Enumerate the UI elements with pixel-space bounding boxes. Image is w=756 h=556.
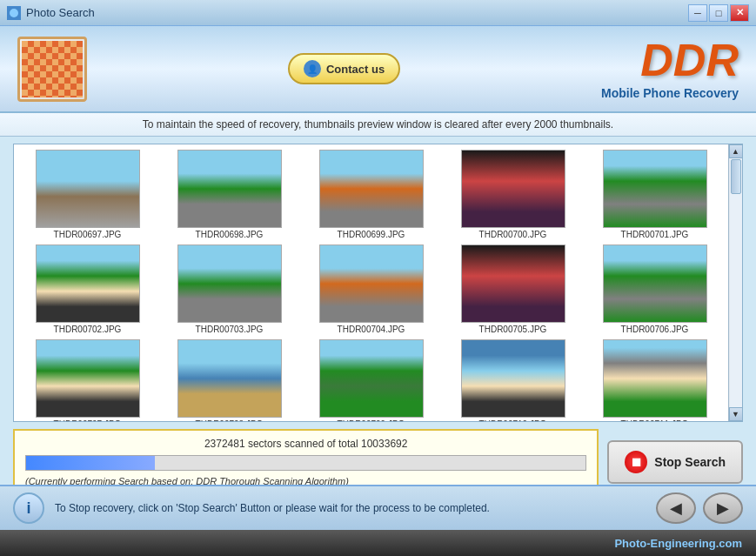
title-bar-left: Photo Search [7,6,95,20]
app-icon [7,6,21,20]
photo-label: THDR00702.JPG [54,325,122,334]
sectors-text: 2372481 sectors scanned of total 1003369… [25,438,586,450]
photo-label: THDR00704.JPG [338,325,405,334]
progress-bar-container [25,455,586,471]
window-title: Photo Search [26,6,95,19]
back-button[interactable]: ◀ [656,492,696,524]
stop-search-button[interactable]: ⏹ Stop Search [607,440,743,484]
stop-search-label: Stop Search [654,455,726,469]
list-item[interactable]: THDR00698.JPG [159,148,299,241]
photo-thumbnail [461,150,565,228]
forward-button[interactable]: ▶ [703,492,743,524]
list-item[interactable]: THDR00707.JPG [17,338,157,421]
photo-label: THDR00711.JPG [621,419,689,421]
photo-thumbnail [177,339,282,418]
photo-thumbnail [177,245,282,323]
minimize-button[interactable]: ─ [688,4,707,22]
photo-thumbnail [177,150,282,228]
list-item[interactable]: THDR00697.JPG [17,148,157,241]
list-item[interactable]: THDR00709.JPG [301,338,441,421]
app-logo [17,37,87,102]
photo-label: THDR00709.JPG [338,419,405,421]
list-item[interactable]: THDR00699.JPG [301,148,441,241]
brand-title: DDR [601,37,739,83]
close-button[interactable]: ✕ [730,4,749,22]
svg-point-1 [10,9,18,17]
photo-label: THDR00700.JPG [479,230,547,239]
info-message: To maintain the speed of recovery, thumb… [143,118,613,131]
photo-thumbnail [36,150,140,228]
photo-thumbnail [319,245,424,323]
contact-icon: 👤 [304,60,321,77]
brand-subtitle: Mobile Phone Recovery [601,86,739,100]
photo-label: THDR00706.JPG [621,325,689,334]
list-item[interactable]: THDR00705.JPG [443,243,583,336]
photo-thumbnail [36,245,140,323]
header: 👤 Contact us DDR Mobile Phone Recovery [0,26,756,113]
list-item[interactable]: THDR00706.JPG [585,243,725,336]
scroll-track [730,158,742,407]
bottom-bar: i To Stop recovery, click on 'Stop Searc… [0,485,756,530]
window-controls[interactable]: ─ □ ✕ [688,4,749,22]
scroll-up-arrow[interactable]: ▲ [729,144,743,158]
photo-grid-container: THDR00697.JPGTHDR00698.JPGTHDR00699.JPGT… [13,144,743,422]
brand: DDR Mobile Phone Recovery [601,37,739,100]
list-item[interactable]: THDR00704.JPG [301,243,441,336]
footer: Photo-Engineering.com [0,530,756,556]
photo-thumbnail [603,245,707,323]
title-bar: Photo Search ─ □ ✕ [0,0,756,26]
photo-label: THDR00701.JPG [621,230,689,239]
nav-buttons[interactable]: ◀ ▶ [656,492,743,524]
list-item[interactable]: THDR00700.JPG [443,148,583,241]
list-item[interactable]: THDR00708.JPG [159,338,299,421]
photo-label: THDR00707.JPG [54,419,122,421]
photo-thumbnail [319,150,424,228]
scroll-thumb[interactable] [731,159,741,194]
stop-icon: ⏹ [625,451,647,473]
photo-thumbnail [36,339,140,418]
photo-label: THDR00698.JPG [196,230,264,239]
photo-label: THDR00697.JPG [54,230,122,239]
info-bar: To maintain the speed of recovery, thumb… [0,113,756,137]
photo-label: THDR00699.JPG [338,230,405,239]
photo-thumbnail [319,339,424,418]
photo-grid: THDR00697.JPGTHDR00698.JPGTHDR00699.JPGT… [14,144,728,421]
list-item[interactable]: THDR00701.JPG [585,148,725,241]
photo-label: THDR00705.JPG [479,325,547,334]
list-item[interactable]: THDR00711.JPG [585,338,725,421]
list-item[interactable]: THDR00710.JPG [443,338,583,421]
photo-thumbnail [461,245,565,323]
progress-bar-fill [26,456,155,470]
footer-brand: Photo-Engineering.com [614,537,742,550]
contact-button[interactable]: 👤 Contact us [288,53,400,84]
photo-label: THDR00708.JPG [196,419,264,421]
photo-thumbnail [461,339,565,418]
bottom-message: To Stop recovery, click on 'Stop Search'… [55,502,646,514]
scroll-down-arrow[interactable]: ▼ [729,407,743,421]
list-item[interactable]: THDR00702.JPG [17,243,157,336]
photo-label: THDR00703.JPG [196,325,264,334]
photo-thumbnail [603,339,707,418]
info-icon: i [13,492,44,524]
photo-label: THDR00710.JPG [479,419,547,421]
contact-button-label: Contact us [326,63,385,76]
list-item[interactable]: THDR00703.JPG [159,243,299,336]
scrollbar[interactable]: ▲ ▼ [728,144,742,421]
maximize-button[interactable]: □ [709,4,728,22]
photo-thumbnail [603,150,707,228]
logo-checker-pattern [22,41,83,97]
